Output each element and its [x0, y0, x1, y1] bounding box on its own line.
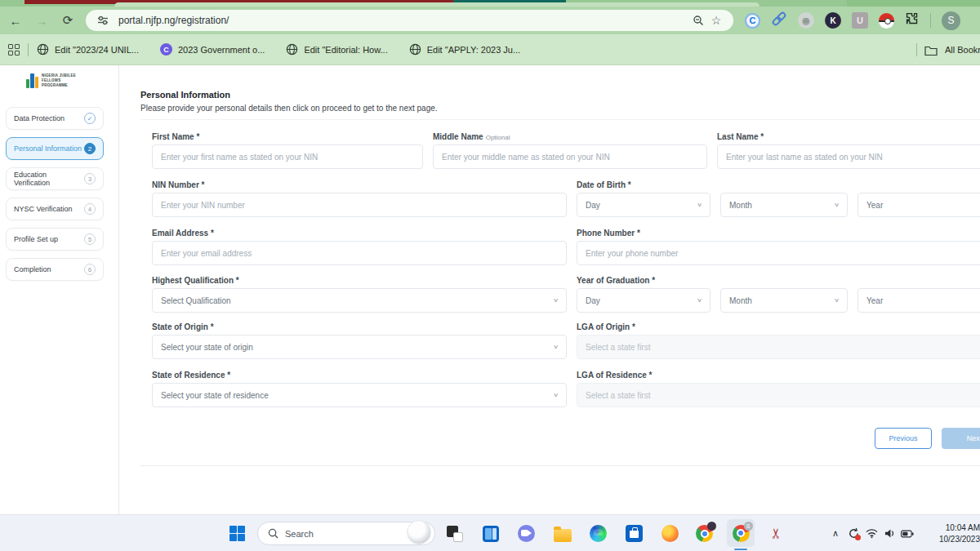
lga-of-residence-select[interactable]: Select a state first∨	[577, 383, 980, 407]
task-view-button[interactable]	[444, 523, 465, 544]
graduation-month-select[interactable]: Month∨	[720, 288, 848, 313]
search-icon	[268, 528, 278, 539]
previous-button[interactable]: Previous	[875, 428, 932, 449]
apps-grid-icon[interactable]	[8, 44, 20, 56]
tray-chevron-up-icon[interactable]: ∧	[826, 525, 844, 543]
wifi-icon[interactable]	[862, 525, 880, 543]
sidebar-item-label: Data Protection	[14, 114, 65, 122]
chevron-down-icon: ∨	[553, 392, 559, 398]
battery-icon[interactable]	[898, 525, 916, 543]
bookmark-star-icon[interactable]: ☆	[707, 11, 725, 29]
sidebar-item-completion[interactable]: Completion 6	[6, 258, 104, 281]
lga-of-origin-select[interactable]: Select a state first∨	[577, 335, 980, 359]
chat-button[interactable]	[516, 523, 537, 544]
dob-month-select[interactable]: Month∨	[720, 193, 848, 217]
bookmark-item[interactable]: Edit "Editorial: How...	[286, 43, 387, 56]
zoom-icon[interactable]	[689, 11, 707, 29]
file-explorer-button[interactable]	[552, 523, 572, 544]
phone-number-input[interactable]	[577, 241, 980, 265]
email-input[interactable]	[152, 241, 567, 265]
reload-button[interactable]: ⟳	[57, 10, 78, 31]
all-bookmarks[interactable]: All Bookmarks	[916, 34, 980, 65]
step-badge: 4	[84, 203, 96, 215]
sidebar-item-label: Completion	[14, 265, 51, 273]
field-first-name: First Name *	[152, 132, 423, 169]
forward-button[interactable]: →	[31, 10, 52, 31]
pokeball-extension-icon[interactable]	[879, 13, 894, 29]
chrome-profile1-button[interactable]	[694, 523, 715, 544]
globe-icon	[409, 43, 421, 56]
taskbar-clock[interactable]: 10:04 AM 10/23/2023	[921, 522, 980, 544]
step-badge: 6	[84, 264, 96, 275]
u-extension-icon[interactable]: U	[852, 12, 868, 29]
dob-day-select[interactable]: Day∨	[577, 193, 710, 217]
widgets-button[interactable]	[480, 523, 501, 544]
firefox-button[interactable]	[660, 523, 680, 544]
cat-image[interactable]	[407, 520, 431, 544]
microsoft-store-button[interactable]	[624, 523, 644, 544]
taskbar-search[interactable]: Search	[257, 522, 435, 545]
registration-form: Personal Information Please provide your…	[119, 65, 980, 514]
clock-time: 10:04 AM	[921, 522, 980, 534]
globe-icon	[37, 43, 49, 56]
sidebar-item-education-verification[interactable]: Education Verification 3	[6, 167, 104, 190]
bookmark-label: Edit "Editorial: How...	[304, 45, 387, 55]
back-button[interactable]: ←	[5, 10, 26, 31]
sidebar-item-personal-information[interactable]: Personal Information 2	[6, 137, 104, 160]
sidebar-item-data-protection[interactable]: Data Protection ✓	[6, 107, 104, 130]
site-settings-icon[interactable]	[94, 11, 112, 29]
graduation-day-select[interactable]: Day∨	[577, 288, 710, 313]
dob-year-select[interactable]: Year∨	[858, 193, 980, 217]
field-highest-qualification: Highest Qualification * Select Qualifica…	[152, 276, 567, 313]
qualification-select[interactable]: Select Qualification∨	[152, 288, 567, 313]
graduation-year-select[interactable]: Year∨	[858, 288, 980, 313]
chrome-icon: S	[733, 525, 750, 542]
bookmark-item[interactable]: Edit "2023/24 UNIL...	[37, 43, 139, 56]
field-label: Last Name *	[717, 132, 980, 141]
field-date-of-birth: Date of Birth * Day∨ Month∨ Year∨	[577, 180, 980, 217]
address-bar[interactable]: portal.njfp.ng/registration/ ☆	[86, 10, 733, 31]
link-extension-icon[interactable]	[771, 11, 787, 30]
state-of-origin-select[interactable]: Select your state of origin∨	[152, 335, 567, 359]
page-content: NIGERIA JUBILEE FELLOWS PROGRAMME Data P…	[0, 65, 980, 514]
field-label: Middle NameOptional	[433, 132, 707, 141]
gray-extension-icon[interactable]: ◉	[798, 12, 814, 29]
next-button[interactable]: Next	[942, 428, 980, 449]
snipping-tool-button[interactable]: ✂	[766, 523, 786, 544]
bookmark-item[interactable]: Edit "APPLY: 2023 Ju...	[409, 43, 520, 56]
profile-avatar[interactable]: S	[942, 11, 960, 30]
field-label: Date of Birth *	[577, 180, 980, 189]
chevron-down-icon: ∨	[834, 202, 840, 208]
state-of-residence-select[interactable]: Select your state of residence∨	[152, 383, 567, 407]
top-strip-right-segment	[847, 0, 980, 7]
edge-button[interactable]	[588, 523, 608, 544]
chrome-profile2-button[interactable]: S	[727, 519, 755, 547]
bookmarks-divider	[28, 43, 29, 56]
extensions-puzzle-icon[interactable]	[905, 11, 920, 29]
field-state-of-origin: State of Origin * Select your state of o…	[152, 322, 567, 359]
last-name-input[interactable]	[717, 144, 980, 169]
first-name-input[interactable]	[152, 144, 423, 169]
url-text[interactable]: portal.njfp.ng/registration/	[118, 15, 689, 26]
sidebar-item-label: Personal Information	[14, 144, 82, 153]
scissors-icon: ✂	[768, 527, 785, 539]
volume-icon[interactable]	[880, 525, 898, 543]
middle-name-input[interactable]	[433, 144, 707, 169]
logo-text: NIGERIA JUBILEE FELLOWS PROGRAMME	[42, 73, 79, 88]
divider	[140, 465, 980, 466]
bookmark-item[interactable]: C 2023 Government o...	[160, 43, 265, 56]
sync-status-icon[interactable]	[844, 525, 862, 543]
profile-badge: S	[744, 522, 753, 531]
logo-bars-icon	[26, 73, 39, 90]
extension-c-icon[interactable]: C	[745, 13, 760, 29]
extensions-row: C ◉ K U S	[745, 10, 960, 31]
globe-icon	[286, 43, 298, 56]
njfp-logo: NIGERIA JUBILEE FELLOWS PROGRAMME	[26, 73, 79, 90]
nin-number-input[interactable]	[152, 193, 567, 217]
all-bookmarks-label: All Bookmarks	[945, 45, 980, 55]
k-extension-icon[interactable]: K	[825, 12, 841, 29]
start-button[interactable]	[227, 523, 247, 544]
sidebar-item-profile-set-up[interactable]: Profile Set up 5	[6, 228, 104, 251]
sidebar-item-nysc-verification[interactable]: NYSC Verification 4	[6, 198, 104, 220]
search-placeholder: Search	[285, 529, 425, 539]
